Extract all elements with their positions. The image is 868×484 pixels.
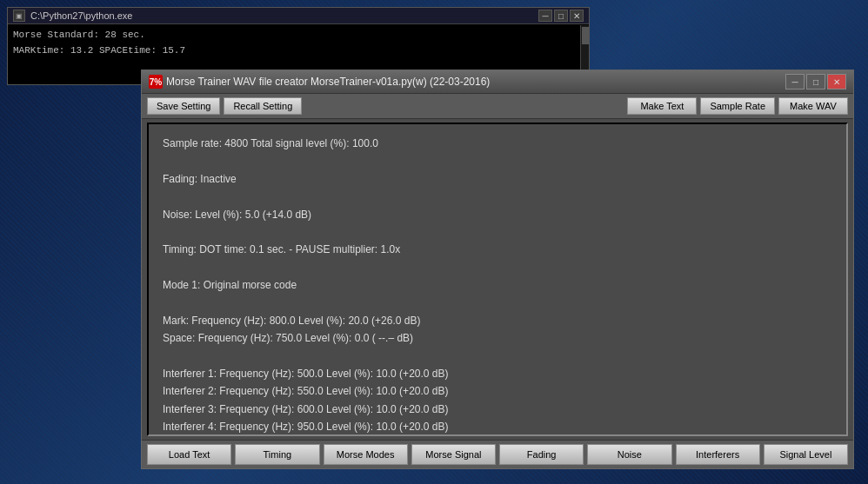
app-titlebar-left: 7% Morse Trainer WAV file creator MorseT… [149, 75, 490, 89]
app-window-controls[interactable]: ─ □ ✕ [785, 74, 846, 90]
interferers-button[interactable]: Interferers [676, 444, 760, 465]
info-line-spacer2 [163, 188, 832, 205]
terminal-controls[interactable]: ─ □ ✕ [538, 10, 584, 22]
info-line-spacer1 [163, 152, 832, 169]
terminal-maximize-btn[interactable]: □ [554, 10, 568, 22]
app-minimize-btn[interactable]: ─ [785, 74, 805, 90]
info-panel: Sample rate: 4800 Total signal level (%)… [147, 123, 848, 436]
app-toolbar: Save Setting Recall Setting Make Text Sa… [142, 94, 853, 119]
terminal-title-left: ▣ C:\Python27\python.exe [13, 10, 132, 22]
app-maximize-btn[interactable]: □ [806, 74, 825, 90]
app-window: 7% Morse Trainer WAV file creator MorseT… [141, 70, 854, 469]
terminal-icon: ▣ [13, 10, 25, 22]
info-line-7: Timing: DOT time: 0.1 sec. - PAUSE multi… [163, 241, 832, 258]
info-line-spacer3 [163, 223, 832, 241]
save-setting-button[interactable]: Save Setting [147, 97, 220, 115]
morse-signal-button[interactable]: Morse Signal [411, 444, 496, 465]
noise-button[interactable]: Noise [587, 444, 671, 465]
info-line-9: Mode 1: Original morse code [163, 276, 832, 294]
terminal-titlebar: ▣ C:\Python27\python.exe ─ □ ✕ [8, 8, 589, 24]
toolbar-right: Make Text Sample Rate Make WAV [627, 97, 848, 115]
info-line-14: Interferer 1: Frequency (Hz): 500.0 Leve… [163, 365, 832, 382]
signal-level-button[interactable]: Signal Level [764, 444, 848, 465]
app-titlebar: 7% Morse Trainer WAV file creator MorseT… [142, 70, 853, 94]
terminal-title: C:\Python27\python.exe [30, 10, 132, 21]
make-text-button[interactable]: Make Text [627, 97, 697, 115]
load-text-button[interactable]: Load Text [147, 444, 231, 465]
make-wav-button[interactable]: Make WAV [778, 97, 848, 115]
info-line-spacer5 [163, 295, 832, 312]
terminal-body: Morse Standard: 28 sec. MARKtime: 13.2 S… [8, 24, 589, 62]
info-line-17: Interferer 4: Frequency (Hz): 950.0 Leve… [163, 418, 832, 435]
toolbar-left: Save Setting Recall Setting [147, 97, 302, 115]
fading-button[interactable]: Fading [499, 444, 584, 465]
terminal-close-btn[interactable]: ✕ [570, 10, 584, 22]
info-line-spacer6 [163, 348, 832, 365]
terminal-minimize-btn[interactable]: ─ [538, 10, 552, 22]
terminal-line-1: Morse Standard: 28 sec. [13, 28, 584, 43]
app-title: Morse Trainer WAV file creator MorseTrai… [166, 76, 490, 88]
info-line-12: Space: Frequency (Hz): 750.0 Level (%): … [163, 329, 832, 347]
terminal-scrollbar-thumb[interactable] [582, 27, 589, 44]
recall-setting-button[interactable]: Recall Setting [224, 97, 302, 115]
info-line-spacer4 [163, 259, 832, 276]
info-line-15: Interferer 2: Frequency (Hz): 550.0 Leve… [163, 382, 832, 400]
bottom-bar: Load Text Timing Morse Modes Morse Signa… [142, 440, 853, 468]
info-line-16: Interferer 3: Frequency (Hz): 600.0 Leve… [163, 401, 832, 418]
timing-button[interactable]: Timing [235, 444, 319, 465]
app-icon: 7% [149, 75, 163, 89]
morse-modes-button[interactable]: Morse Modes [324, 444, 408, 465]
info-line-3: Fading: Inactive [163, 170, 832, 188]
info-line-1: Sample rate: 4800 Total signal level (%)… [163, 135, 832, 152]
terminal-line-2: MARKtime: 13.2 SPACEtime: 15.7 [13, 43, 584, 59]
info-line-11: Mark: Frequency (Hz): 800.0 Level (%): 2… [163, 312, 832, 329]
app-close-btn[interactable]: ✕ [827, 74, 846, 90]
info-line-5: Noise: Level (%): 5.0 (+14.0 dB) [163, 206, 832, 223]
sample-rate-button[interactable]: Sample Rate [700, 97, 775, 115]
